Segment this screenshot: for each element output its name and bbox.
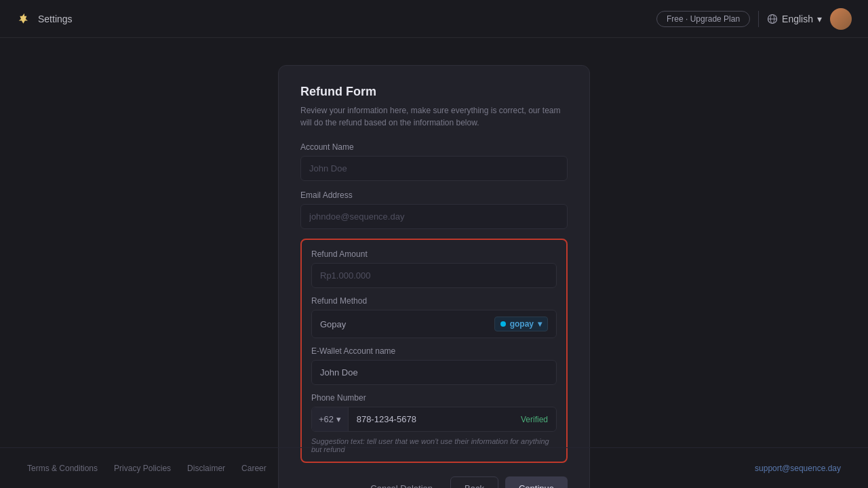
ewallet-input[interactable] [311,360,557,385]
settings-label: Settings [38,14,73,24]
support-link[interactable]: support@sequence.day [755,464,841,473]
refund-method-value: Gopay [320,319,346,329]
refund-amount-label: Refund Amount [311,249,557,259]
refund-method-field: Refund Method Gopay gopay ▾ [311,296,557,338]
refund-amount-field: Refund Amount [311,249,557,288]
verified-badge: Verified [513,415,556,424]
form-description: Review your information here, make sure … [300,104,568,129]
phone-row: +62 ▾ Verified [311,407,557,432]
gopay-label: gopay [510,319,534,329]
email-input[interactable] [300,204,568,229]
lang-chevron-icon: ▾ [817,14,822,24]
header-right: Free · Upgrade Plan English ▾ [656,8,852,30]
career-link[interactable]: Career [241,464,267,473]
account-name-input[interactable] [300,156,568,181]
refund-form-card: Refund Form Review your information here… [278,65,590,488]
refund-amount-input[interactable] [311,263,557,288]
globe-icon [767,14,778,24]
phone-label: Phone Number [311,393,557,403]
email-field: Email Address [300,190,568,229]
phone-country-selector[interactable]: +62 ▾ [312,407,349,431]
phone-number-input[interactable] [349,407,513,431]
header: Settings Free · Upgrade Plan English ▾ [0,0,868,38]
header-left: Settings [16,11,73,27]
footer: Terms & Conditions Privacy Policies Disc… [0,447,868,488]
footer-links: Terms & Conditions Privacy Policies Disc… [27,464,267,473]
disclaimer-link[interactable]: Disclaimer [187,464,225,473]
phone-field: Phone Number +62 ▾ Verified Suggestion t… [311,393,557,453]
terms-link[interactable]: Terms & Conditions [27,464,98,473]
gopay-badge: gopay ▾ [494,317,548,331]
main-content: Refund Form Review your information here… [0,38,868,447]
email-label: Email Address [300,190,568,200]
privacy-link[interactable]: Privacy Policies [114,464,171,473]
refund-method-label: Refund Method [311,296,557,306]
user-avatar[interactable] [830,8,852,30]
language-label: English [782,14,813,24]
language-selector[interactable]: English ▾ [767,14,822,24]
highlighted-section: Refund Amount Refund Method Gopay gopay … [300,239,568,463]
refund-method-dropdown[interactable]: Gopay gopay ▾ [311,310,557,338]
account-name-label: Account Name [300,142,568,152]
gopay-dot [500,321,506,327]
ewallet-label: E-Wallet Account name [311,346,557,356]
form-title: Refund Form [300,85,568,99]
account-name-field: Account Name [300,142,568,181]
gopay-chevron-icon: ▾ [538,319,542,329]
logo-icon [16,11,33,27]
header-divider [758,11,759,27]
upgrade-button[interactable]: Free · Upgrade Plan [656,11,750,27]
phone-country-code: +62 ▾ [319,414,341,424]
ewallet-field: E-Wallet Account name [311,346,557,385]
